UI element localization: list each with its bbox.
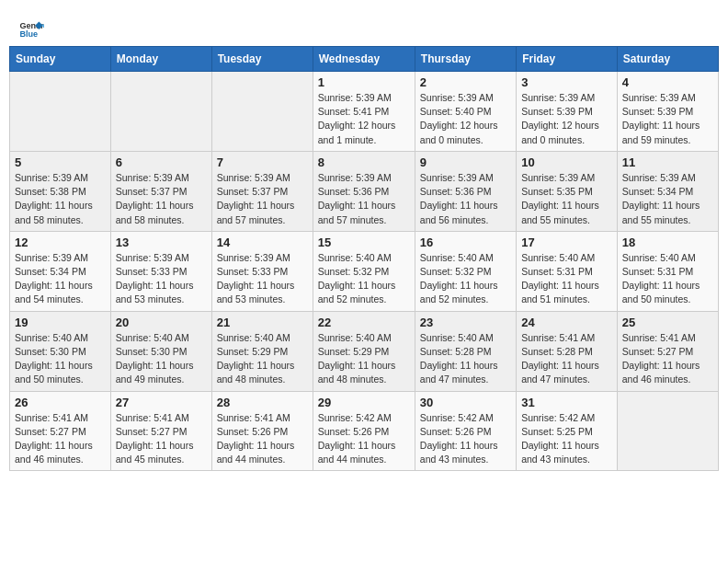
day-number: 29 [318,396,410,409]
calendar-cell: 31Sunrise: 5:42 AMSunset: 5:25 PMDayligh… [517,391,618,471]
calendar-cell: 6Sunrise: 5:39 AMSunset: 5:37 PMDaylight… [110,151,211,231]
calendar-table: SundayMondayTuesdayWednesdayThursdayFrid… [9,46,719,471]
calendar-cell: 18Sunrise: 5:40 AMSunset: 5:31 PMDayligh… [617,231,718,311]
weekday-header: Saturday [617,47,718,72]
calendar-cell: 9Sunrise: 5:39 AMSunset: 5:36 PMDaylight… [415,151,516,231]
cell-info: Sunrise: 5:41 AMSunset: 5:28 PMDaylight:… [521,331,612,387]
day-number: 17 [521,236,612,249]
cell-info: Sunrise: 5:41 AMSunset: 5:27 PMDaylight:… [15,411,106,467]
calendar-cell: 15Sunrise: 5:40 AMSunset: 5:32 PMDayligh… [313,231,415,311]
calendar-cell: 21Sunrise: 5:40 AMSunset: 5:29 PMDayligh… [211,311,313,391]
cell-info: Sunrise: 5:39 AMSunset: 5:34 PMDaylight:… [15,251,106,307]
day-number: 16 [420,236,511,249]
svg-text:Blue: Blue [19,29,38,39]
day-number: 25 [622,316,713,329]
cell-info: Sunrise: 5:42 AMSunset: 5:25 PMDaylight:… [521,411,612,467]
calendar-cell: 4Sunrise: 5:39 AMSunset: 5:39 PMDaylight… [617,72,718,152]
cell-info: Sunrise: 5:41 AMSunset: 5:26 PMDaylight:… [217,411,308,467]
calendar-cell: 2Sunrise: 5:39 AMSunset: 5:40 PMDaylight… [415,72,516,152]
cell-info: Sunrise: 5:39 AMSunset: 5:35 PMDaylight:… [521,171,612,227]
logo: General Blue [18,17,44,42]
weekday-header: Sunday [10,47,111,72]
cell-info: Sunrise: 5:39 AMSunset: 5:33 PMDaylight:… [116,251,207,307]
calendar-cell: 30Sunrise: 5:42 AMSunset: 5:26 PMDayligh… [415,391,516,471]
cell-info: Sunrise: 5:40 AMSunset: 5:32 PMDaylight:… [420,251,511,307]
day-number: 22 [318,316,410,329]
calendar-cell: 8Sunrise: 5:39 AMSunset: 5:36 PMDaylight… [313,151,415,231]
calendar-cell [10,72,111,152]
calendar-cell: 29Sunrise: 5:42 AMSunset: 5:26 PMDayligh… [313,391,415,471]
calendar-cell: 12Sunrise: 5:39 AMSunset: 5:34 PMDayligh… [10,231,111,311]
calendar-cell: 26Sunrise: 5:41 AMSunset: 5:27 PMDayligh… [10,391,111,471]
day-number: 30 [420,396,511,409]
calendar-cell: 3Sunrise: 5:39 AMSunset: 5:39 PMDaylight… [517,72,618,152]
day-number: 6 [116,155,207,169]
day-number: 28 [217,396,308,409]
day-number: 7 [217,155,308,169]
calendar-cell: 7Sunrise: 5:39 AMSunset: 5:37 PMDaylight… [211,151,313,231]
calendar-cell: 20Sunrise: 5:40 AMSunset: 5:30 PMDayligh… [110,311,211,391]
calendar-cell: 24Sunrise: 5:41 AMSunset: 5:28 PMDayligh… [517,311,618,391]
cell-info: Sunrise: 5:40 AMSunset: 5:30 PMDaylight:… [15,331,106,387]
day-number: 13 [116,236,207,249]
day-number: 15 [318,236,410,249]
day-number: 1 [318,75,410,89]
calendar-week-row: 5Sunrise: 5:39 AMSunset: 5:38 PMDaylight… [10,151,719,231]
calendar-cell [617,391,718,471]
calendar-cell [211,72,313,152]
calendar-cell: 19Sunrise: 5:40 AMSunset: 5:30 PMDayligh… [10,311,111,391]
calendar-cell: 5Sunrise: 5:39 AMSunset: 5:38 PMDaylight… [10,151,111,231]
weekday-header: Wednesday [313,47,415,72]
calendar-cell [110,72,211,152]
calendar-cell: 28Sunrise: 5:41 AMSunset: 5:26 PMDayligh… [211,391,313,471]
cell-info: Sunrise: 5:39 AMSunset: 5:39 PMDaylight:… [622,91,713,147]
calendar-week-row: 26Sunrise: 5:41 AMSunset: 5:27 PMDayligh… [10,391,719,471]
day-number: 14 [217,236,308,249]
calendar-cell: 17Sunrise: 5:40 AMSunset: 5:31 PMDayligh… [517,231,618,311]
day-number: 5 [15,155,106,169]
day-number: 24 [521,316,612,329]
day-number: 20 [116,316,207,329]
day-number: 27 [116,396,207,409]
cell-info: Sunrise: 5:40 AMSunset: 5:29 PMDaylight:… [217,331,308,387]
cell-info: Sunrise: 5:41 AMSunset: 5:27 PMDaylight:… [116,411,207,467]
day-number: 8 [318,155,410,169]
cell-info: Sunrise: 5:40 AMSunset: 5:28 PMDaylight:… [420,331,511,387]
day-number: 4 [622,75,713,89]
calendar-cell: 22Sunrise: 5:40 AMSunset: 5:29 PMDayligh… [313,311,415,391]
cell-info: Sunrise: 5:39 AMSunset: 5:34 PMDaylight:… [622,171,713,227]
calendar-cell: 16Sunrise: 5:40 AMSunset: 5:32 PMDayligh… [415,231,516,311]
day-number: 21 [217,316,308,329]
weekday-header: Friday [517,47,618,72]
day-number: 9 [420,155,511,169]
calendar-cell: 25Sunrise: 5:41 AMSunset: 5:27 PMDayligh… [617,311,718,391]
day-number: 26 [15,396,106,409]
calendar-cell: 11Sunrise: 5:39 AMSunset: 5:34 PMDayligh… [617,151,718,231]
calendar-cell: 23Sunrise: 5:40 AMSunset: 5:28 PMDayligh… [415,311,516,391]
cell-info: Sunrise: 5:39 AMSunset: 5:37 PMDaylight:… [217,171,308,227]
calendar-week-row: 12Sunrise: 5:39 AMSunset: 5:34 PMDayligh… [10,231,719,311]
calendar-cell: 14Sunrise: 5:39 AMSunset: 5:33 PMDayligh… [211,231,313,311]
cell-info: Sunrise: 5:39 AMSunset: 5:37 PMDaylight:… [116,171,207,227]
cell-info: Sunrise: 5:39 AMSunset: 5:41 PMDaylight:… [318,91,410,147]
day-number: 23 [420,316,511,329]
cell-info: Sunrise: 5:41 AMSunset: 5:27 PMDaylight:… [622,331,713,387]
day-number: 31 [521,396,612,409]
cell-info: Sunrise: 5:42 AMSunset: 5:26 PMDaylight:… [420,411,511,467]
calendar-cell: 13Sunrise: 5:39 AMSunset: 5:33 PMDayligh… [110,231,211,311]
day-number: 12 [15,236,106,249]
logo-icon: General Blue [18,17,44,42]
calendar-week-row: 19Sunrise: 5:40 AMSunset: 5:30 PMDayligh… [10,311,719,391]
cell-info: Sunrise: 5:40 AMSunset: 5:29 PMDaylight:… [318,331,410,387]
day-number: 18 [622,236,713,249]
cell-info: Sunrise: 5:39 AMSunset: 5:40 PMDaylight:… [420,91,511,147]
weekday-header: Thursday [415,47,516,72]
cell-info: Sunrise: 5:40 AMSunset: 5:30 PMDaylight:… [116,331,207,387]
calendar-cell: 1Sunrise: 5:39 AMSunset: 5:41 PMDaylight… [313,72,415,152]
cell-info: Sunrise: 5:42 AMSunset: 5:26 PMDaylight:… [318,411,410,467]
day-number: 2 [420,75,511,89]
cell-info: Sunrise: 5:39 AMSunset: 5:36 PMDaylight:… [420,171,511,227]
page-header: General Blue [9,9,719,42]
cell-info: Sunrise: 5:39 AMSunset: 5:38 PMDaylight:… [15,171,106,227]
day-number: 11 [622,155,713,169]
